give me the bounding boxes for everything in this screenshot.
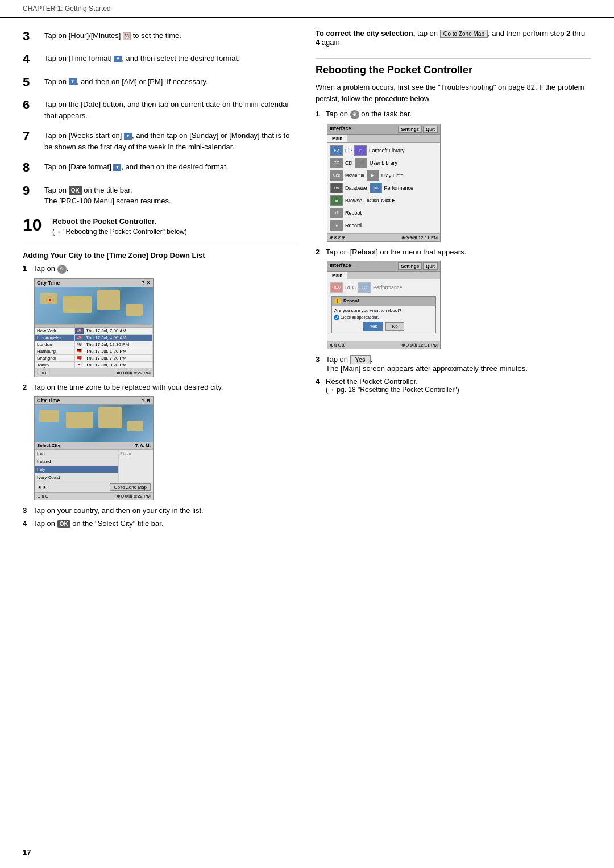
iface-row-cd: CD CD U User Library (329, 157, 438, 169)
city-statusbar-1: ⊕⊗⊙ ⊕⊙⊛⊞ 8:22 PM (35, 369, 153, 377)
iface-row-usb: USB Movie file ▶ Play Lists (329, 169, 438, 182)
city-tokyo: Tokyo (35, 361, 75, 368)
city-screenshot-1-container: City Time ? ✕ (34, 278, 298, 377)
cd-label: CD (345, 160, 352, 166)
reboot-icon: ↺ (330, 208, 343, 218)
step-4-number: 4 (23, 52, 43, 66)
city-titlebar-icons-1: ? ✕ (142, 280, 151, 286)
correct-city-label: To correct the city selection, (316, 29, 415, 37)
scroll-item-iran: Iran (35, 450, 118, 458)
add-city-step-2-num: 2 (23, 383, 33, 391)
city-shanghai: Shanghai (35, 354, 75, 361)
step-6-number: 6 (23, 98, 43, 112)
add-city-step-4: 4 Tap on OK on the "Select City" title b… (23, 519, 298, 528)
dialog-title: ! Reboot (332, 297, 435, 306)
user-icon: U (355, 158, 367, 168)
dropdown-icon-8: ▼ (113, 164, 121, 171)
city-la-time: Thu 17 Jul, 4:00 AM (84, 334, 153, 341)
iface-statusbar-1: ⊕⊗⊙⊞ ⊕⊙⊛⊞ 12:11 PM (327, 233, 440, 241)
step-7-content: Tap on [Weeks start on] ▼, and then tap … (44, 129, 298, 152)
no-button[interactable]: No (385, 322, 404, 331)
city-row-tokyo: Tokyo 🇯🇵 Thu 17 Jul, 8:20 PM (35, 361, 153, 368)
fd-icon: FD (330, 145, 343, 156)
map2-land-4 (127, 421, 143, 431)
warning-icon: ! (334, 298, 341, 304)
city-london-time: Thu 17 Jul, 12:30 PM (84, 341, 153, 348)
page-container: CHAPTER 1: Getting Started 3 Tap on [Hou… (0, 0, 614, 868)
city-row-la: Los Angeles 🇺🇸 Thu 17 Jul, 4:00 AM (35, 334, 153, 341)
city-titlebar-x-2: ? ✕ (142, 398, 151, 403)
divider-2 (316, 58, 591, 59)
iface-body-1: FD FD F Famsoft Library CD CD U User Lib… (327, 143, 440, 233)
iface-quit-btn-1[interactable]: Quit (423, 126, 438, 133)
step-7-number: 7 (23, 129, 43, 144)
iface-status-icons-1: ⊕⊗⊙⊞ (330, 235, 346, 240)
add-city-step-4-content: Tap on OK on the "Select City" title bar… (33, 519, 164, 528)
reboot-step-3: 3 Tap on Yes. The [Main] screen appears … (316, 355, 591, 373)
iface-statusbar-2: ⊕⊗⊙⊞ ⊕⊙⊛⊞ 12:11 PM (327, 341, 440, 349)
city-titlebar-1: City Time ? ✕ (35, 279, 153, 287)
adding-city-title: Adding Your City to the [Time Zone] Drop… (23, 251, 298, 260)
correct-city-section: To correct the city selection, tap on Go… (316, 29, 591, 47)
iface-tab-main-1[interactable]: Main (327, 135, 347, 142)
step-6-content: Tap on the [Date] button, and then tap o… (44, 98, 298, 121)
city-row-hamburg: Hamburg 🇩🇪 Thu 17 Jul, 1:20 PM (35, 348, 153, 354)
city-title-1-label: City Time (37, 280, 60, 286)
iface-settings-btn-2[interactable]: Settings (398, 262, 422, 270)
map-pin-1 (49, 299, 51, 301)
cd-icon: CD (330, 158, 343, 168)
iface-titlebar-1: Interface Settings Quit (327, 124, 440, 135)
yes-button[interactable]: Yes (363, 322, 383, 331)
city-status-time-2: ⊕⊙⊛⊞ 8:22 PM (117, 494, 151, 499)
step-8: 8 Tap on [Date format] ▼, and then on th… (23, 160, 298, 175)
iface-settings-btn-1[interactable]: Settings (398, 126, 422, 133)
iface-status-time-2: ⊕⊙⊛⊞ 12:11 PM (401, 343, 438, 348)
step-4: 4 Tap on [Time format] ▼, and then selec… (23, 52, 298, 66)
yes-btn-inline[interactable]: Yes (350, 355, 371, 364)
dropdown-icon-4: ▼ (114, 56, 122, 62)
reboot-step-2-content: Tap on [Reboot] on the menu that appears… (326, 248, 466, 256)
browse-icon: ☰ (330, 195, 343, 206)
city-status-icons-2: ⊕⊗⊙ (37, 494, 49, 499)
rec-icon: REC (330, 282, 343, 293)
reboot-step-3-subtext: The [Main] screen appears after approxim… (326, 364, 528, 373)
step-9: 9 Tap on OK on the title bar. The [PRC-1… (23, 183, 298, 207)
iface-tab-main-2[interactable]: Main (327, 272, 347, 279)
add-city-step-3-num: 3 (23, 506, 33, 515)
city-tokyo-flag: 🇯🇵 (75, 361, 84, 368)
dropdown-icon-5: ▼ (69, 78, 77, 85)
reboot-step-4: 4 Reset the Pocket Controller. (→ pg. 18… (316, 377, 591, 394)
city-la-flag: 🇺🇸 (75, 334, 84, 341)
reboot-label: Reboot (345, 210, 362, 216)
right-column: To correct the city selection, tap on Go… (316, 29, 591, 532)
step-7: 7 Tap on [Weeks start on] ▼, and then ta… (23, 129, 298, 152)
add-city-step-1-content: Tap on ⚙. (33, 264, 68, 274)
close-apps-label: Close all applications. (341, 315, 379, 319)
gear-icon-1: ⚙ (57, 265, 67, 274)
scroll-item-ivory: Ivory Coast (35, 474, 118, 482)
select-city-bar: Select City T. A. M. (35, 442, 153, 450)
step-10-subtext: (→ "Rebooting the Pocket Controller" bel… (52, 227, 298, 237)
action-label: action (367, 198, 379, 203)
add-city-step-1-num: 1 (23, 264, 33, 273)
step-8-number: 8 (23, 160, 43, 175)
divider-1 (23, 245, 298, 245)
city-hamburg-flag: 🇩🇪 (75, 348, 84, 354)
step-3: 3 Tap on [Hour]/[Minutes] ⏰ to set the t… (23, 29, 298, 44)
map-land-4 (126, 304, 143, 316)
gear-icon-reboot-1: ⚙ (350, 110, 359, 119)
perf-icon-2: 316 (358, 282, 371, 293)
step-4-content: Tap on [Time format] ▼, and then select … (44, 52, 298, 64)
city-london-flag: 🇬🇧 (75, 341, 84, 348)
close-apps-checkbox[interactable] (334, 315, 339, 320)
page-header: CHAPTER 1: Getting Started (0, 0, 614, 18)
iface-row-fd: FD FD F Famsoft Library (329, 144, 438, 157)
adding-city-section: Adding Your City to the [Time Zone] Drop… (23, 251, 298, 528)
iface-title-btns-2: Settings Quit (398, 262, 438, 270)
city-map-1 (35, 287, 153, 324)
go-to-zone-map-btn[interactable]: Go to Zone Map (440, 30, 488, 38)
city-shanghai-flag: 🇨🇳 (75, 354, 84, 361)
reboot-step-1-content: Tap on ⚙ on the task bar. (326, 110, 412, 119)
iface-quit-btn-2[interactable]: Quit (423, 262, 438, 270)
famsoft-label: Famsoft Library (369, 148, 405, 153)
